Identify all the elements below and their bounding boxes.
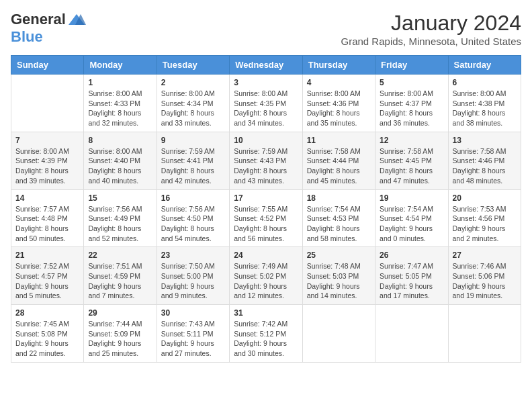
calendar-week-row: 28Sunrise: 7:45 AMSunset: 5:08 PMDayligh… xyxy=(11,305,521,363)
day-info: Sunrise: 7:58 AMSunset: 4:45 PMDaylight:… xyxy=(380,146,443,186)
calendar-table: SundayMondayTuesdayWednesdayThursdayFrid… xyxy=(11,55,521,363)
calendar-day-cell: 30Sunrise: 7:43 AMSunset: 5:11 PMDayligh… xyxy=(157,305,229,363)
day-info: Sunrise: 8:00 AMSunset: 4:33 PMDaylight:… xyxy=(88,89,152,128)
day-number: 19 xyxy=(380,193,443,203)
day-number: 24 xyxy=(234,250,298,260)
calendar-day-cell xyxy=(375,305,448,363)
day-number: 11 xyxy=(307,136,371,145)
day-number: 29 xyxy=(88,308,152,318)
day-number: 2 xyxy=(161,78,225,87)
day-number: 31 xyxy=(234,308,298,318)
calendar-day-cell: 25Sunrise: 7:48 AMSunset: 5:03 PMDayligh… xyxy=(302,247,375,305)
day-info: Sunrise: 8:00 AMSunset: 4:35 PMDaylight:… xyxy=(234,89,298,128)
weekday-header-cell: Tuesday xyxy=(157,56,229,75)
weekday-header-cell: Thursday xyxy=(302,56,375,75)
calendar-day-cell: 29Sunrise: 7:44 AMSunset: 5:09 PMDayligh… xyxy=(84,305,157,363)
day-info: Sunrise: 7:45 AMSunset: 5:08 PMDaylight:… xyxy=(15,319,79,359)
calendar-day-cell: 6Sunrise: 8:00 AMSunset: 4:38 PMDaylight… xyxy=(448,75,521,132)
location-title: Grand Rapids, Minnesota, United States xyxy=(341,36,521,47)
day-info: Sunrise: 7:54 AMSunset: 4:53 PMDaylight:… xyxy=(307,204,371,244)
calendar-day-cell: 11Sunrise: 7:58 AMSunset: 4:44 PMDayligh… xyxy=(302,132,375,189)
day-info: Sunrise: 7:44 AMSunset: 5:09 PMDaylight:… xyxy=(88,319,152,359)
calendar-day-cell: 20Sunrise: 7:53 AMSunset: 4:56 PMDayligh… xyxy=(448,189,521,247)
day-number: 1 xyxy=(88,78,152,87)
day-number: 23 xyxy=(161,250,225,260)
calendar-day-cell: 26Sunrise: 7:47 AMSunset: 5:05 PMDayligh… xyxy=(375,247,448,305)
day-number: 22 xyxy=(88,250,152,260)
day-number: 18 xyxy=(307,193,371,203)
calendar-day-cell: 18Sunrise: 7:54 AMSunset: 4:53 PMDayligh… xyxy=(302,189,375,247)
day-info: Sunrise: 7:42 AMSunset: 5:12 PMDaylight:… xyxy=(234,319,298,359)
logo-icon xyxy=(67,13,86,26)
day-number: 10 xyxy=(234,136,298,145)
day-info: Sunrise: 7:59 AMSunset: 4:43 PMDaylight:… xyxy=(234,146,298,186)
day-info: Sunrise: 7:53 AMSunset: 4:56 PMDaylight:… xyxy=(453,204,517,244)
calendar-week-row: 1Sunrise: 8:00 AMSunset: 4:33 PMDaylight… xyxy=(11,75,521,132)
day-info: Sunrise: 7:59 AMSunset: 4:41 PMDaylight:… xyxy=(161,146,225,186)
calendar-day-cell: 27Sunrise: 7:46 AMSunset: 5:06 PMDayligh… xyxy=(448,247,521,305)
month-title: January 2024 xyxy=(341,11,521,36)
day-number: 7 xyxy=(15,136,79,145)
calendar-day-cell: 10Sunrise: 7:59 AMSunset: 4:43 PMDayligh… xyxy=(230,132,302,189)
calendar-day-cell xyxy=(11,75,84,132)
calendar-day-cell: 2Sunrise: 8:00 AMSunset: 4:34 PMDaylight… xyxy=(157,75,229,132)
calendar-day-cell: 23Sunrise: 7:50 AMSunset: 5:00 PMDayligh… xyxy=(157,247,229,305)
calendar-day-cell: 31Sunrise: 7:42 AMSunset: 5:12 PMDayligh… xyxy=(230,305,302,363)
calendar-day-cell xyxy=(302,305,375,363)
day-info: Sunrise: 7:47 AMSunset: 5:05 PMDaylight:… xyxy=(380,261,443,301)
day-number: 15 xyxy=(88,193,152,203)
calendar-week-row: 21Sunrise: 7:52 AMSunset: 4:57 PMDayligh… xyxy=(11,247,521,305)
day-number: 13 xyxy=(453,136,517,145)
day-number: 14 xyxy=(15,193,79,203)
logo-general-text: General xyxy=(11,11,66,28)
weekday-header-cell: Monday xyxy=(84,56,157,75)
day-info: Sunrise: 7:49 AMSunset: 5:02 PMDaylight:… xyxy=(234,261,298,301)
day-number: 12 xyxy=(380,136,443,145)
day-info: Sunrise: 7:56 AMSunset: 4:49 PMDaylight:… xyxy=(88,204,152,244)
day-info: Sunrise: 7:58 AMSunset: 4:46 PMDaylight:… xyxy=(453,146,517,186)
weekday-header-row: SundayMondayTuesdayWednesdayThursdayFrid… xyxy=(11,56,521,75)
calendar-day-cell xyxy=(448,305,521,363)
day-info: Sunrise: 7:43 AMSunset: 5:11 PMDaylight:… xyxy=(161,319,225,359)
day-number: 8 xyxy=(88,136,152,145)
calendar-day-cell: 22Sunrise: 7:51 AMSunset: 4:59 PMDayligh… xyxy=(84,247,157,305)
weekday-header-cell: Sunday xyxy=(11,56,84,75)
day-number: 4 xyxy=(307,78,371,87)
day-info: Sunrise: 7:58 AMSunset: 4:44 PMDaylight:… xyxy=(307,146,371,186)
calendar-day-cell: 21Sunrise: 7:52 AMSunset: 4:57 PMDayligh… xyxy=(11,247,84,305)
day-info: Sunrise: 7:55 AMSunset: 4:52 PMDaylight:… xyxy=(234,204,298,244)
calendar-day-cell: 1Sunrise: 8:00 AMSunset: 4:33 PMDaylight… xyxy=(84,75,157,132)
logo: General Blue xyxy=(11,11,86,46)
calendar-day-cell: 5Sunrise: 8:00 AMSunset: 4:37 PMDaylight… xyxy=(375,75,448,132)
day-number: 16 xyxy=(161,193,225,203)
calendar-day-cell: 24Sunrise: 7:49 AMSunset: 5:02 PMDayligh… xyxy=(230,247,302,305)
calendar-day-cell: 3Sunrise: 8:00 AMSunset: 4:35 PMDaylight… xyxy=(230,75,302,132)
day-number: 17 xyxy=(234,193,298,203)
day-number: 5 xyxy=(380,78,443,87)
weekday-header-cell: Wednesday xyxy=(230,56,302,75)
day-number: 20 xyxy=(453,193,517,203)
day-info: Sunrise: 8:00 AMSunset: 4:38 PMDaylight:… xyxy=(453,89,517,128)
day-info: Sunrise: 7:48 AMSunset: 5:03 PMDaylight:… xyxy=(307,261,371,301)
calendar-day-cell: 28Sunrise: 7:45 AMSunset: 5:08 PMDayligh… xyxy=(11,305,84,363)
day-number: 26 xyxy=(380,250,443,260)
day-info: Sunrise: 8:00 AMSunset: 4:37 PMDaylight:… xyxy=(380,89,443,128)
calendar-day-cell: 19Sunrise: 7:54 AMSunset: 4:54 PMDayligh… xyxy=(375,189,448,247)
day-info: Sunrise: 7:50 AMSunset: 5:00 PMDaylight:… xyxy=(161,261,225,301)
calendar-day-cell: 4Sunrise: 8:00 AMSunset: 4:36 PMDaylight… xyxy=(302,75,375,132)
calendar-day-cell: 8Sunrise: 8:00 AMSunset: 4:40 PMDaylight… xyxy=(84,132,157,189)
day-number: 30 xyxy=(161,308,225,318)
day-number: 3 xyxy=(234,78,298,87)
weekday-header-cell: Saturday xyxy=(448,56,521,75)
calendar-day-cell: 9Sunrise: 7:59 AMSunset: 4:41 PMDaylight… xyxy=(157,132,229,189)
day-number: 9 xyxy=(161,136,225,145)
day-info: Sunrise: 7:56 AMSunset: 4:50 PMDaylight:… xyxy=(161,204,225,244)
calendar-day-cell: 15Sunrise: 7:56 AMSunset: 4:49 PMDayligh… xyxy=(84,189,157,247)
page-header: General Blue January 2024 Grand Rapids, … xyxy=(11,11,521,47)
calendar-day-cell: 7Sunrise: 8:00 AMSunset: 4:39 PMDaylight… xyxy=(11,132,84,189)
calendar-day-cell: 14Sunrise: 7:57 AMSunset: 4:48 PMDayligh… xyxy=(11,189,84,247)
day-info: Sunrise: 8:00 AMSunset: 4:39 PMDaylight:… xyxy=(15,146,79,186)
day-number: 27 xyxy=(453,250,517,260)
calendar-day-cell: 17Sunrise: 7:55 AMSunset: 4:52 PMDayligh… xyxy=(230,189,302,247)
day-info: Sunrise: 7:46 AMSunset: 5:06 PMDaylight:… xyxy=(453,261,517,301)
